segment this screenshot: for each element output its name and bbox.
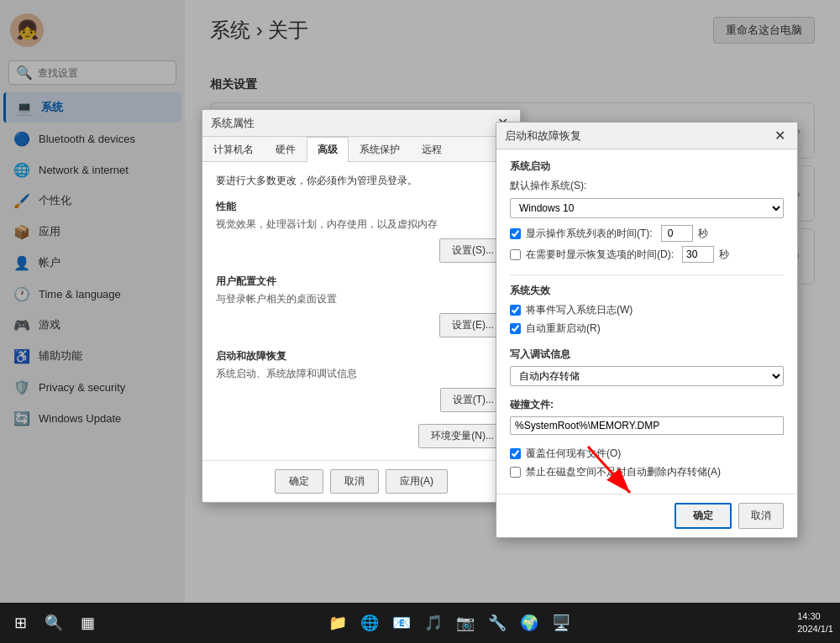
dump-file-section: 碰撞文件: [510,398,784,435]
system-startup-section: 系统启动 默认操作系统(S): Windows 10 显示操作系统列表的时间(T… [510,159,784,263]
taskbar: ⊞ 🔍 ▦ 📁 🌐 📧 🎵 📷 🔧 🌍 🖥️ 14:302024/1/1 [0,603,840,643]
intro-text: 要进行大多数更改，你必须作为管理员登录。 [216,174,507,188]
taskbar-time: 14:302024/1/1 [797,610,833,636]
taskbar-settings-icon[interactable]: 🔧 [484,609,511,636]
auto-restart-row: 自动重新启动(R) [510,322,784,336]
system-properties-dialog: 系统属性 ✕ 计算机名硬件高级系统保护远程 要进行大多数更改，你必须作为管理员登… [202,109,521,503]
sys-props-section-用户配置文件: 用户配置文件 与登录帐户相关的桌面设置 设置(E)... [216,274,507,337]
taskbar-music-icon[interactable]: 🎵 [420,609,447,636]
show-recovery-input[interactable] [682,246,714,263]
sys-props-btn-row: 确定 取消 应用(A) [202,460,520,502]
sys-props-tab-计算机名[interactable]: 计算机名 [202,137,265,162]
taskbar-photo-icon[interactable]: 📷 [452,609,479,636]
sys-props-title: 系统属性 [211,116,255,131]
show-recovery-label: 在需要时显示恢复选项的时间(D): [526,248,674,262]
show-time-input[interactable] [661,225,693,242]
intro-section: 要进行大多数更改，你必须作为管理员登录。 [216,174,507,188]
show-time-label: 显示操作系统列表的时间(T): [526,227,653,241]
recovery-title: 启动和故障恢复 [505,128,581,144]
debug-dropdown[interactable]: 自动内存转储 [510,366,784,386]
sys-props-tab-远程[interactable]: 远程 [411,137,453,162]
recovery-body: 系统启动 默认操作系统(S): Windows 10 显示操作系统列表的时间(T… [496,149,797,494]
disable-checkbox[interactable] [510,467,521,478]
sys-props-section-启动和故障恢复: 启动和故障恢复 系统启动、系统故障和调试信息 设置(T)... [216,349,507,412]
overwrite-checkbox-row: 覆盖任何现有文件(O) [510,447,784,461]
auto-restart-label: 自动重新启动(R) [526,322,601,336]
write-event-label: 将事件写入系统日志(W) [526,303,633,317]
taskbar-icons-center: 📁 🌐 📧 🎵 📷 🔧 🌍 🖥️ [108,609,790,636]
taskbar-edge-icon[interactable]: 🌐 [356,609,383,636]
system-failure-section: 系统失效 将事件写入系统日志(W) 自动重新启动(R) [510,284,784,336]
default-os-label: 默认操作系统(S): [510,179,784,193]
sys-props-body: 要进行大多数更改，你必须作为管理员登录。 性能 视觉效果，处理器计划，内存使用，… [202,162,520,460]
sys-props-title-bar: 系统属性 ✕ [202,110,520,137]
start-button[interactable]: ⊞ [7,609,34,636]
recovery-cancel-button[interactable]: 取消 [738,503,784,529]
dump-file-label: 碰撞文件: [510,398,784,412]
sys-props-ok-button[interactable]: 确定 [275,469,323,494]
show-time-checkbox-row: 显示操作系统列表的时间(T): 秒 [510,225,784,242]
disable-label: 禁止在磁盘空间不足时自动删除内存转储(A) [526,465,721,479]
recovery-ok-button[interactable]: 确定 [675,503,732,529]
default-os-row: 默认操作系统(S): [510,179,784,193]
show-time-checkbox[interactable] [510,228,521,239]
env-btn-row: 环境变量(N)... [216,424,507,448]
taskbar-mail-icon[interactable]: 📧 [388,609,415,636]
debug-info-label: 写入调试信息 [510,348,784,362]
auto-restart-checkbox[interactable] [510,323,521,334]
overwrite-checkbox[interactable] [510,448,521,459]
sys-props-cancel-button[interactable]: 取消 [330,469,379,494]
env-variables-button[interactable]: 环境变量(N)... [418,424,507,448]
show-recovery-unit: 秒 [719,248,729,262]
dump-file-input[interactable] [510,416,784,435]
sys-props-tab-硬件[interactable]: 硬件 [265,137,307,162]
taskbar-explorer-icon[interactable]: 📁 [324,609,351,636]
show-recovery-checkbox[interactable] [510,249,521,260]
sys-props-sections: 性能 视觉效果，处理器计划，内存使用，以及虚拟内存 设置(S)... 用户配置文… [216,200,507,412]
default-os-select[interactable]: Windows 10 [510,198,784,218]
write-event-checkbox[interactable] [510,305,521,316]
system-startup-label: 系统启动 [510,159,784,174]
recovery-close-button[interactable]: ✕ [771,128,789,144]
section-btn-row: 设置(S)... [216,238,507,263]
disable-checkbox-row: 禁止在磁盘空间不足时自动删除内存转储(A) [510,465,784,479]
sys-props-tab-系统保护[interactable]: 系统保护 [349,137,411,162]
sys-props-section-性能: 性能 视觉效果，处理器计划，内存使用，以及虚拟内存 设置(S)... [216,200,507,263]
sys-props-apply-button[interactable]: 应用(A) [386,469,448,494]
recovery-title-bar: 启动和故障恢复 ✕ [496,123,797,149]
taskbar-system-tray: 14:302024/1/1 [797,610,833,636]
show-recovery-checkbox-row: 在需要时显示恢复选项的时间(D): 秒 [510,246,784,263]
sys-props-tabs: 计算机名硬件高级系统保护远程 [202,137,520,162]
taskbar-earth-icon[interactable]: 🌍 [516,609,543,636]
recovery-btn-row: 确定 取消 [496,494,797,537]
section-title: 用户配置文件 [216,274,507,289]
debug-info-section: 写入调试信息 自动内存转储 [510,348,784,386]
system-failure-label: 系统失效 [510,284,784,298]
taskbar-monitor-icon[interactable]: 🖥️ [548,609,575,636]
section-btn-row: 设置(T)... [216,388,507,412]
section-title: 性能 [216,200,507,214]
write-event-row: 将事件写入系统日志(W) [510,303,784,317]
sys-props-tab-高级[interactable]: 高级 [307,137,349,162]
section-desc: 系统启动、系统故障和调试信息 [216,367,507,381]
taskbar-search-button[interactable]: 🔍 [40,609,67,636]
section-btn-row: 设置(E)... [216,313,507,337]
task-view-button[interactable]: ▦ [74,609,101,636]
section-desc: 视觉效果，处理器计划，内存使用，以及虚拟内存 [216,217,507,232]
startup-recovery-dialog: 启动和故障恢复 ✕ 系统启动 默认操作系统(S): Windows 10 显示操… [496,122,798,538]
overwrite-label: 覆盖任何现有文件(O) [526,447,621,461]
show-time-unit: 秒 [698,227,708,241]
section-title: 启动和故障恢复 [216,349,507,363]
section-desc: 与登录帐户相关的桌面设置 [216,292,507,306]
